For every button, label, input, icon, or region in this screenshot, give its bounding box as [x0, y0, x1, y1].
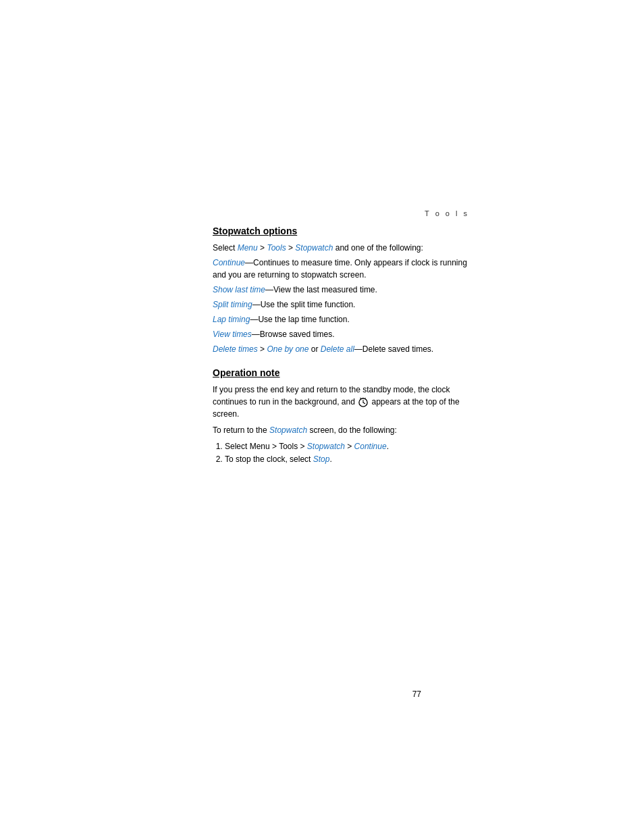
- option-show-last-time: Show last time—View the last measured ti…: [213, 284, 469, 296]
- link-view-times[interactable]: View times: [213, 330, 252, 339]
- section-header: T o o l s: [213, 209, 469, 217]
- operation-note-section: Operation note If you press the end key …: [213, 367, 469, 466]
- link-delete-all[interactable]: Delete all: [321, 344, 354, 354]
- link-menu[interactable]: Menu: [238, 243, 258, 253]
- link-show-last-time[interactable]: Show last time: [213, 285, 265, 294]
- link-tools[interactable]: Tools: [267, 243, 286, 253]
- content-area: T o o l s Stopwatch options Select Menu …: [213, 209, 469, 466]
- link-continue[interactable]: Continue: [213, 258, 245, 267]
- operation-steps: Select Menu > Tools > Stopwatch > Contin…: [225, 440, 469, 466]
- step-2: To stop the clock, select Stop.: [225, 453, 469, 466]
- operation-note-title: Operation note: [213, 367, 469, 378]
- step-1: Select Menu > Tools > Stopwatch > Contin…: [225, 440, 469, 453]
- link-split-timing[interactable]: Split timing: [213, 300, 252, 309]
- stopwatch-options-title: Stopwatch options: [213, 226, 469, 236]
- page: T o o l s Stopwatch options Select Menu …: [0, 0, 644, 834]
- option-view-times: View times—Browse saved times.: [213, 328, 469, 340]
- clock-icon: [358, 398, 368, 407]
- link-step1-stopwatch[interactable]: Stopwatch: [307, 442, 345, 451]
- option-delete-times: Delete times > One by one or Delete all—…: [213, 343, 469, 355]
- operation-body2: To return to the Stopwatch screen, do th…: [213, 424, 469, 436]
- link-step1-continue[interactable]: Continue: [354, 442, 387, 451]
- option-continue: Continue—Continues to measure time. Only…: [213, 257, 469, 281]
- link-stopwatch-intro[interactable]: Stopwatch: [295, 243, 333, 253]
- link-lap-timing[interactable]: Lap timing: [213, 315, 250, 324]
- link-one-by-one[interactable]: One by one: [267, 344, 308, 354]
- link-delete-times[interactable]: Delete times: [213, 344, 258, 354]
- svg-line-2: [363, 402, 365, 404]
- page-number: 77: [412, 689, 421, 699]
- operation-body1: If you press the end key and return to t…: [213, 384, 469, 420]
- stopwatch-intro: Select Menu > Tools > Stopwatch and one …: [213, 242, 469, 254]
- option-lap-timing: Lap timing—Use the lap time function.: [213, 313, 469, 325]
- link-step2-stop[interactable]: Stop: [313, 454, 330, 464]
- link-stopwatch-return[interactable]: Stopwatch: [269, 425, 307, 435]
- option-split-timing: Split timing—Use the split time function…: [213, 298, 469, 311]
